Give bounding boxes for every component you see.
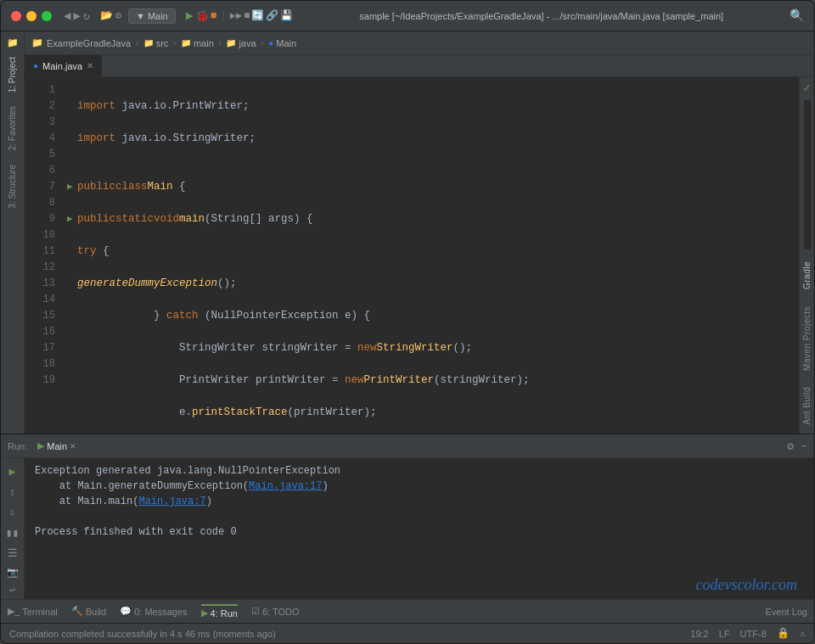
tab-build[interactable]: 🔨 Build: [71, 606, 106, 617]
run-tab-close[interactable]: ✕: [70, 442, 76, 451]
output-line-3: at Main.main(Main.java:7): [35, 494, 804, 509]
run-controls-sidebar: ▶ ⇧ ⇩ ▮▮ ☰ 📷 ↩ 🗑 ❯❯: [1, 458, 25, 599]
breadcrumb-main[interactable]: 📁 main: [181, 38, 214, 48]
run-list-btn[interactable]: ☰: [6, 545, 20, 562]
encoding[interactable]: UTF-8: [740, 629, 767, 639]
editor-wrapper: 1 2 3 4 5 6 7 8 9 10 11 12 13: [25, 77, 814, 434]
run-down-btn[interactable]: ⇩: [8, 504, 18, 521]
back-icon[interactable]: ◀: [64, 8, 70, 23]
file-tabs: ● Main.java ✕: [25, 55, 814, 77]
toolbar-icon-6[interactable]: 🔗: [266, 9, 278, 22]
left-sidebar: 📁 1: Project 2: Favorites 3: Structure: [1, 31, 25, 434]
output-exit: Process finished with exit code 0: [35, 524, 804, 540]
debug-button[interactable]: 🐞: [195, 9, 209, 23]
status-right: 19:2 LF UTF-8 🔒 ⚠: [690, 627, 806, 640]
bottom-panel: Run: ▶ Main ✕ ⚙ – ▶ ⇧ ⇩ ▮▮ ☰ 📷 ↩ 🗑: [1, 434, 814, 599]
warning-icon: ⚠: [800, 627, 806, 640]
breadcrumb-java[interactable]: 📁 java: [226, 38, 256, 48]
code-area: 1 2 3 4 5 6 7 8 9 10 11 12 13: [25, 77, 799, 434]
run-label: Run:: [8, 441, 27, 451]
run-up-btn[interactable]: ⇧: [8, 484, 18, 501]
tab-terminal[interactable]: ▶_ Terminal: [8, 606, 58, 617]
line-numbers: 1 2 3 4 5 6 7 8 9 10 11 12 13: [25, 77, 62, 434]
tab-run[interactable]: ▶ 4: Run: [201, 604, 238, 619]
editor-container[interactable]: 1 2 3 4 5 6 7 8 9 10 11 12 13: [25, 77, 799, 434]
toolbar-icon-3[interactable]: ▶▶: [230, 9, 242, 22]
sidebar-item-project[interactable]: 1: Project: [8, 50, 17, 99]
bc-icon-project: 📁: [31, 37, 43, 48]
bottom-tabs-bar: ▶_ Terminal 🔨 Build 💬 0: Messages ▶ 4: R…: [1, 599, 814, 623]
settings-icon[interactable]: ⚙: [787, 440, 794, 453]
event-log-link[interactable]: Event Log: [765, 607, 807, 617]
stop-button[interactable]: ■: [211, 9, 217, 22]
folder-java-icon: 📁: [226, 38, 236, 48]
java-class-icon: ●: [268, 38, 273, 48]
tab-todo[interactable]: ☑ 6: TODO: [251, 606, 300, 617]
todo-icon: ☑: [251, 606, 260, 617]
toolbar-icon-4[interactable]: ■: [244, 10, 250, 22]
breadcrumb-src[interactable]: 📁 src: [143, 38, 169, 48]
window-title: sample [~/IdeaProjects/ExampleGradleJava…: [300, 11, 783, 21]
output-line-2: at Main.generateDummyException(Main.java…: [35, 479, 804, 494]
cursor-position[interactable]: 19:2: [690, 629, 708, 639]
run-camera-btn[interactable]: 📷: [5, 565, 20, 580]
minimize-panel-icon[interactable]: –: [801, 440, 807, 452]
build-icon: 🔨: [71, 606, 83, 617]
run-main-tab[interactable]: ▶ Main ✕: [37, 440, 76, 451]
branch-selector[interactable]: ▼ Main: [128, 8, 176, 24]
status-check-icon: ✓: [800, 77, 813, 98]
toolbar-sep-1: |: [221, 10, 227, 22]
breadcrumb: 📁 ExampleGradleJava › 📁 src › 📁 main › 📁…: [25, 31, 814, 55]
panel-tabs: Run: ▶ Main ✕ ⚙ –: [1, 434, 814, 458]
minimize-button[interactable]: [26, 11, 37, 21]
run-button[interactable]: ▶: [186, 8, 194, 24]
output-link-2[interactable]: Main.java:7: [138, 496, 205, 507]
refresh-icon[interactable]: ↻: [83, 9, 90, 23]
toolbar-icon-2[interactable]: ⚙: [115, 9, 121, 22]
gradle-panel[interactable]: Gradle: [800, 253, 814, 298]
run-wrap-btn[interactable]: ↩: [8, 583, 17, 597]
lock-icon: 🔒: [777, 627, 790, 640]
run-play-btn[interactable]: ▶: [8, 463, 18, 480]
toolbar-icon-7[interactable]: 💾: [280, 9, 293, 22]
code-editor[interactable]: import java.io.PrintWriter; import java.…: [62, 77, 799, 434]
tab-close-icon[interactable]: ✕: [87, 61, 93, 70]
center-content: 📁 ExampleGradleJava › 📁 src › 📁 main › 📁…: [25, 31, 814, 434]
ant-panel[interactable]: Ant Build: [800, 378, 814, 434]
status-message: Compilation completed successfully in 4 …: [9, 629, 276, 639]
output-line-4: [35, 509, 804, 524]
maximize-button[interactable]: [42, 11, 52, 21]
output-line-1: Exception generated java.lang.NullPointe…: [35, 463, 804, 479]
tab-label: Main.java: [42, 61, 82, 71]
main-window: ◀ ▶ ↻ 📂 ⚙ ▼ Main ▶ 🐞 ■ | ▶▶ ■ 🔄 🔗 💾 samp…: [0, 0, 815, 644]
toolbar-icon-1[interactable]: 📂: [100, 9, 113, 22]
statusbar: Compilation completed successfully in 4 …: [1, 623, 814, 643]
sidebar-item-structure[interactable]: 3: Structure: [8, 158, 17, 216]
folder-src-icon: 📁: [143, 38, 154, 48]
panel-content: ▶ ⇧ ⇩ ▮▮ ☰ 📷 ↩ 🗑 ❯❯ Exception generated …: [1, 458, 814, 599]
folder-main-icon: 📁: [181, 38, 191, 48]
toolbar-icon-5[interactable]: 🔄: [251, 9, 264, 22]
search-icon[interactable]: 🔍: [790, 8, 804, 23]
run-icon: ▶: [37, 440, 44, 451]
run-tab-icon: ▶: [201, 608, 208, 619]
forward-icon[interactable]: ▶: [73, 8, 80, 23]
run-pause-btn[interactable]: ▮▮: [4, 524, 21, 541]
titlebar: ◀ ▶ ↻ 📂 ⚙ ▼ Main ▶ 🐞 ■ | ▶▶ ■ 🔄 🔗 💾 samp…: [1, 1, 814, 31]
main-layout: 📁 1: Project 2: Favorites 3: Structure 📁…: [1, 31, 814, 434]
line-separator[interactable]: LF: [719, 629, 730, 639]
maven-panel[interactable]: Maven Projects: [800, 298, 814, 379]
messages-icon: 💬: [120, 606, 132, 617]
breadcrumb-project[interactable]: ExampleGradleJava: [47, 38, 131, 48]
run-output: Exception generated java.lang.NullPointe…: [25, 458, 814, 576]
close-button[interactable]: [11, 11, 21, 21]
watermark: codevscolor.com: [25, 576, 814, 599]
output-link-1[interactable]: Main.java:17: [249, 480, 322, 492]
tab-main-java[interactable]: ● Main.java ✕: [25, 55, 103, 76]
right-tool-windows: Gradle Maven Projects Ant Build: [800, 251, 814, 434]
window-controls: [11, 11, 52, 21]
tab-messages[interactable]: 💬 0: Messages: [120, 606, 187, 617]
sidebar-item-favorites[interactable]: 2: Favorites: [8, 99, 17, 157]
java-file-icon: ●: [33, 61, 38, 70]
breadcrumb-main-class[interactable]: ● Main: [268, 38, 296, 48]
